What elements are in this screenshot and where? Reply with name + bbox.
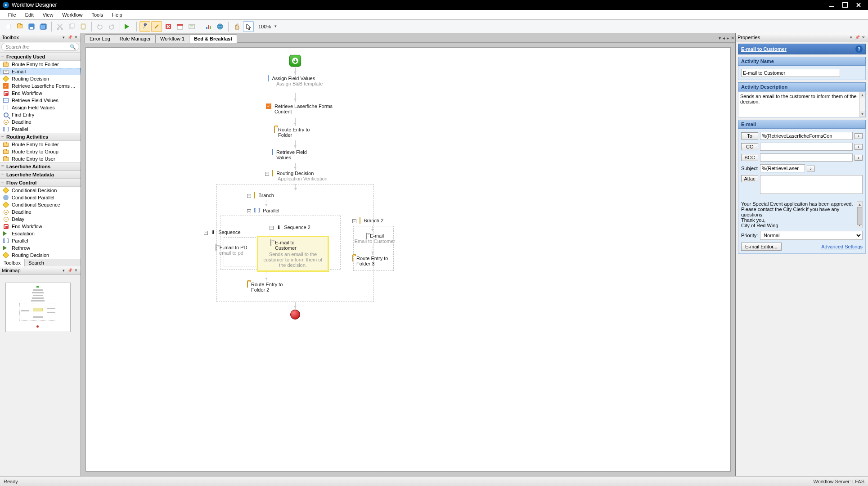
end-node[interactable] <box>290 310 300 320</box>
collapse-icon[interactable]: − <box>265 172 269 176</box>
toolbox-item[interactable]: End Workflow <box>0 223 81 230</box>
token-arrow-button[interactable]: › <box>855 155 863 161</box>
menu-help[interactable]: Help <box>108 11 127 18</box>
pin-icon[interactable]: 📌 <box>67 268 72 273</box>
cc-button[interactable]: CC <box>741 143 758 150</box>
redo-button[interactable] <box>106 21 117 32</box>
toolbox-item[interactable]: Route Entry to User <box>0 155 81 162</box>
globe-button[interactable] <box>215 21 225 32</box>
zoom-combo[interactable]: 100%▼ <box>255 24 281 29</box>
paste-button[interactable] <box>78 21 89 32</box>
toolbox-item[interactable]: Rethrow <box>0 244 81 252</box>
new-workflow-button[interactable] <box>3 21 13 32</box>
panel-dropdown-icon[interactable]: ▾ <box>848 35 854 40</box>
menu-tools[interactable]: Tools <box>87 11 108 18</box>
to-input[interactable] <box>760 132 853 140</box>
toolbox-item[interactable]: End Workflow <box>0 90 81 97</box>
minimap-body[interactable] <box>0 274 81 476</box>
delete-button[interactable] <box>163 21 174 32</box>
priority-select[interactable]: Normal <box>760 231 863 240</box>
to-button[interactable]: To <box>741 132 758 140</box>
undo-button[interactable] <box>94 21 105 32</box>
activity-route-folder-2[interactable]: Route Entry to Folder 2 <box>247 282 301 292</box>
tools-button[interactable] <box>139 21 150 32</box>
document-tab[interactable]: Error Log <box>85 34 115 43</box>
tab-prev[interactable]: ◂ <box>722 33 726 43</box>
toolbox-search-input[interactable] <box>1 43 79 51</box>
toolbox-tab-search[interactable]: Search <box>25 259 48 266</box>
activity-name-input[interactable] <box>741 69 840 77</box>
activity-sequence-2[interactable]: − ⬇ Sequence 2 <box>270 225 337 230</box>
activity-retrieve-forms[interactable]: ✓ Retrieve Laserfiche Forms Content <box>266 104 338 114</box>
panel-close-icon[interactable]: ✕ <box>73 268 79 273</box>
advanced-settings-link[interactable]: Advanced Settings <box>821 244 863 249</box>
scroll-up-icon[interactable]: ▲ <box>860 92 865 98</box>
subject-input[interactable] <box>760 164 805 172</box>
toolbox-item[interactable]: Deadline <box>0 118 81 126</box>
toolbox-item[interactable]: ✓Retrieve Laserfiche Forms ... <box>0 82 81 90</box>
menu-view[interactable]: View <box>38 11 58 18</box>
chart-button[interactable] <box>203 21 214 32</box>
designer-canvas[interactable]: Assign Field Values Assign B&B template … <box>85 47 731 472</box>
document-tab[interactable]: Rule Manager <box>115 34 156 43</box>
email-editor-button[interactable]: E-mail Editor... <box>741 243 782 251</box>
activity-branch-2[interactable]: − Branch 2 <box>352 218 415 223</box>
toolbox-category[interactable]: Frequently Used <box>0 53 81 61</box>
collapse-icon[interactable]: − <box>352 219 356 223</box>
help-icon[interactable]: ? <box>855 45 863 53</box>
toolbox-item[interactable]: E-mail <box>0 68 81 75</box>
toolbox-item[interactable]: Conditional Parallel <box>0 194 81 201</box>
scrollbar[interactable]: ▲▼ <box>859 92 865 117</box>
activity-email-customer[interactable]: E-mail to Customer Sends an email to the… <box>257 236 329 272</box>
toolbox-item[interactable]: Route Entry to Folder <box>0 61 81 68</box>
toolbox-item[interactable]: Routing Decision <box>0 252 81 259</box>
tab-next[interactable]: ▸ <box>726 33 730 43</box>
panel-close-icon[interactable]: ✕ <box>861 35 866 40</box>
menu-edit[interactable]: Edit <box>21 11 38 18</box>
tab-close[interactable]: ✕ <box>730 33 735 43</box>
toolbox-item[interactable]: Deadline <box>0 208 81 216</box>
close-button[interactable] <box>852 0 865 10</box>
pin-icon[interactable]: 📌 <box>67 35 72 40</box>
toolbox-item[interactable]: Routing Decision <box>0 75 81 82</box>
scroll-up-icon[interactable]: ▲ <box>857 202 862 207</box>
menu-workflow[interactable]: Workflow <box>58 11 87 18</box>
activity-route-folder-3[interactable]: Route Entry to Folder 3 <box>352 256 406 266</box>
toolbox-item[interactable]: Retrieve Field Values <box>0 97 81 104</box>
toolbox-item[interactable]: Parallel <box>0 126 81 133</box>
collapse-icon[interactable]: − <box>247 209 251 213</box>
toolbox-item[interactable]: Find Entry <box>0 111 81 118</box>
cut-button[interactable] <box>54 21 65 32</box>
open-button[interactable] <box>14 21 25 32</box>
toolbox-item[interactable]: Parallel <box>0 237 81 244</box>
toolbox-item[interactable]: Assign Field Values <box>0 104 81 111</box>
collapse-icon[interactable]: − <box>247 194 251 198</box>
activity-branch[interactable]: − Branch <box>247 193 310 198</box>
activity-retrieve-field-values[interactable]: Retrieve Field Values <box>272 149 335 160</box>
panel-close-icon[interactable]: ✕ <box>73 35 79 40</box>
start-node[interactable] <box>289 55 301 67</box>
cc-input[interactable] <box>760 143 853 151</box>
activity-desc-input[interactable]: Sends an email to the customer to inform… <box>738 92 859 117</box>
document-tab[interactable]: Workflow 1 <box>155 34 189 43</box>
toolbox-item[interactable]: Conditional Sequence <box>0 201 81 208</box>
copy-button[interactable] <box>66 21 77 32</box>
toolbox-item[interactable]: Route Entry to Group <box>0 148 81 155</box>
activity-assign-field-values[interactable]: Assign Field Values Assign B&B template <box>268 76 331 86</box>
collapse-icon[interactable]: − <box>270 226 274 230</box>
toolbox-tree[interactable]: Frequently UsedRoute Entry to FolderE-ma… <box>0 53 81 259</box>
tab-list-dropdown[interactable]: ▾ <box>718 33 722 43</box>
toolbox-category[interactable]: Flow Control <box>0 179 81 187</box>
activity-route-entry-folder[interactable]: Route Entry to Folder <box>274 127 337 138</box>
scroll-down-icon[interactable]: ▼ <box>860 111 865 117</box>
scrollbar[interactable]: ▲▼ <box>857 201 863 228</box>
activity-sequence[interactable]: − ⬇ Sequence <box>204 230 262 235</box>
toolbox-item[interactable]: Conditional Decision <box>0 187 81 194</box>
panel-dropdown-icon[interactable]: ▾ <box>61 268 66 273</box>
activity-email[interactable]: E-mail Email to Customer <box>348 233 402 244</box>
toolbox-header[interactable]: Toolbox ▾ 📌 ✕ <box>0 33 81 41</box>
calendar-button[interactable] <box>175 21 185 32</box>
wizard-button[interactable] <box>151 21 162 32</box>
toolbox-item[interactable]: Escalation <box>0 230 81 237</box>
minimap-header[interactable]: Minimap ▾ 📌 ✕ <box>0 266 81 274</box>
